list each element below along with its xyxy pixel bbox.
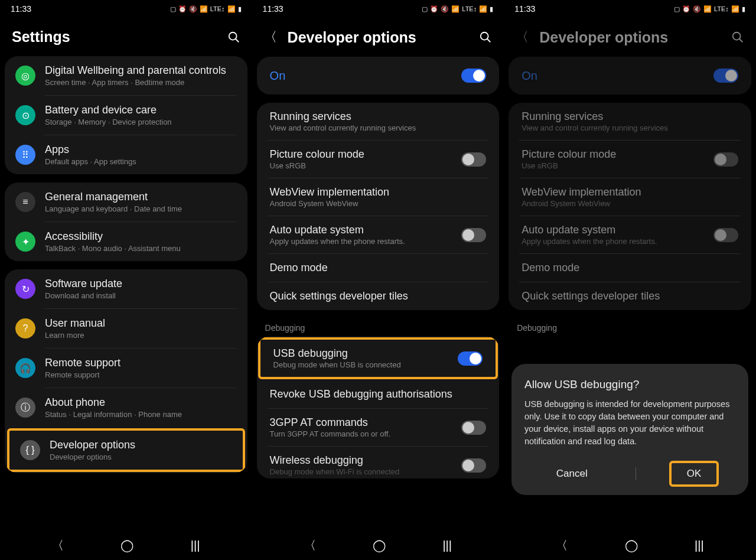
lte-icon: LTE↕	[210, 5, 225, 12]
item-sub: Language and keyboard · Date and time	[45, 204, 237, 213]
item-sub: Screen time · App timers · Bedtime mode	[45, 78, 237, 87]
item-wireless-debugging[interactable]: Wireless debugging Debug mode when Wi-Fi…	[257, 447, 500, 478]
dev-content: On Running services View and control cur…	[252, 57, 504, 530]
search-icon[interactable]	[479, 31, 492, 44]
item-demo-mode[interactable]: Demo mode	[257, 254, 500, 282]
dev-content-dimmed: On Running services View and control cur…	[504, 57, 756, 530]
nav-home-icon[interactable]: ◯	[120, 538, 133, 552]
nav-back-icon[interactable]: 〈	[52, 538, 64, 554]
item-software-update[interactable]: ↻ Software update Download and install	[5, 269, 247, 308]
master-toggle-row[interactable]: On	[257, 57, 500, 95]
item-sub: Storage · Memory · Device protection	[45, 118, 237, 126]
nav-back-icon[interactable]: 〈	[304, 538, 316, 554]
phone-dev-options-dialog: 11:33 ▢⏰🔇📶LTE↕📶▮ 〈 Developer options On …	[504, 0, 756, 560]
search-icon[interactable]	[731, 31, 744, 44]
wifi-icon: 📶	[200, 5, 208, 13]
item-apps[interactable]: ⠿ Apps Default apps · App settings	[5, 135, 247, 174]
item-sub: Debug mode when USB is connected	[273, 360, 450, 369]
ok-button[interactable]: OK	[669, 461, 719, 487]
dialog-backdrop: Allow USB debugging? USB debugging is in…	[504, 57, 756, 530]
battery-icon: ▢	[674, 5, 680, 13]
apps-icon: ⠿	[15, 145, 35, 165]
alarm-icon: ⏰	[682, 5, 690, 13]
item-sub: Learn more	[45, 331, 237, 340]
nav-back-icon[interactable]: 〈	[556, 538, 568, 554]
nav-bar: 〈 ◯ |||	[252, 530, 504, 560]
item-general-management[interactable]: ≡ General management Language and keyboa…	[5, 183, 247, 222]
item-auto-update[interactable]: Auto update system Apply updates when th…	[257, 216, 500, 253]
master-toggle[interactable]	[461, 69, 486, 83]
toggle-usb-debugging[interactable]	[458, 351, 483, 366]
manual-icon: ?	[15, 318, 35, 338]
svg-point-4	[733, 32, 741, 40]
toggle-picture-colour[interactable]	[461, 152, 486, 167]
mute-icon: 🔇	[441, 5, 449, 13]
item-digital-wellbeing[interactable]: ◎ Digital Wellbeing and parental control…	[5, 56, 247, 95]
item-revoke-usb-auth[interactable]: Revoke USB debugging authorisations	[257, 380, 500, 408]
item-title: Battery and device care	[45, 104, 237, 116]
about-icon: ⓘ	[15, 398, 35, 418]
item-developer-options[interactable]: { } Developer options Developer options	[7, 428, 245, 472]
item-title: Accessibility	[45, 230, 237, 243]
item-usb-debugging[interactable]: USB debugging Debug mode when USB is con…	[258, 337, 498, 379]
back-icon[interactable]: 〈	[516, 28, 529, 46]
wifi-icon: 📶	[703, 5, 712, 13]
nav-recents-icon[interactable]: |||	[695, 539, 704, 552]
section-3: ↻ Software update Download and install ?…	[5, 269, 247, 473]
signal-icon: 📶	[479, 5, 487, 13]
item-title: 3GPP AT commands	[270, 416, 454, 429]
item-user-manual[interactable]: ? User manual Learn more	[5, 309, 247, 348]
phone-settings: 11:33 ▢⏰🔇📶LTE↕📶▮ Settings ◎ Digital Well…	[0, 0, 252, 560]
mute-icon: 🔇	[189, 5, 197, 13]
nav-recents-icon[interactable]: |||	[442, 539, 452, 552]
item-running-services[interactable]: Running services View and control curren…	[257, 103, 500, 140]
item-webview[interactable]: WebView implementation Android System We…	[257, 178, 500, 216]
item-title: Running services	[270, 110, 487, 123]
section-debugging: USB debugging Debug mode when USB is con…	[257, 336, 500, 478]
item-battery-device-care[interactable]: ⊙ Battery and device care Storage · Memo…	[5, 96, 247, 135]
dialog-body: USB debugging is intended for developmen…	[524, 398, 735, 448]
support-icon: 🎧	[15, 358, 35, 378]
update-icon: ↻	[15, 279, 35, 299]
status-icons: ▢⏰🔇📶LTE↕📶▮	[170, 5, 242, 13]
back-icon[interactable]: 〈	[264, 28, 277, 46]
cancel-button[interactable]: Cancel	[541, 463, 603, 484]
item-quick-settings-tiles[interactable]: Quick settings developer tiles	[257, 282, 500, 310]
status-icons: ▢⏰🔇📶LTE↕📶▮	[422, 5, 493, 13]
toggle-auto-update[interactable]	[461, 228, 486, 242]
item-title: Quick settings developer tiles	[270, 290, 487, 302]
svg-point-0	[229, 32, 236, 40]
item-about-phone[interactable]: ⓘ About phone Status · Legal information…	[5, 388, 247, 427]
item-title: Remote support	[45, 357, 237, 369]
item-accessibility[interactable]: ✦ Accessibility TalkBack · Mono audio · …	[5, 222, 247, 261]
page-title: Settings	[12, 28, 217, 45]
item-3gpp-at[interactable]: 3GPP AT commands Turn 3GPP AT commands o…	[257, 409, 500, 446]
signal-icon: 📶	[227, 5, 236, 13]
item-title: Apps	[45, 144, 237, 156]
section-1: ◎ Digital Wellbeing and parental control…	[5, 56, 247, 174]
item-sub: Apply updates when the phone restarts.	[270, 237, 454, 246]
nav-recents-icon[interactable]: |||	[191, 539, 200, 552]
nav-bar: 〈 ◯ |||	[504, 530, 756, 560]
nav-home-icon[interactable]: ◯	[625, 538, 638, 552]
item-title: WebView implementation	[270, 186, 487, 198]
section-dev-general: Running services View and control curren…	[257, 103, 500, 310]
alarm-icon: ⏰	[178, 5, 187, 13]
page-title: Developer options	[288, 29, 469, 46]
item-title: Software update	[45, 278, 237, 290]
svg-line-5	[739, 39, 743, 43]
general-icon: ≡	[15, 192, 35, 212]
status-bar: 11:33 ▢⏰🔇📶LTE↕📶▮	[504, 0, 756, 18]
item-picture-colour-mode[interactable]: Picture colour mode Use sRGB	[257, 141, 500, 178]
item-sub: Debug mode when Wi-Fi is connected	[270, 467, 454, 476]
item-remote-support[interactable]: 🎧 Remote support Remote support	[5, 349, 247, 388]
search-icon[interactable]	[227, 31, 240, 44]
nav-home-icon[interactable]: ◯	[373, 538, 386, 552]
toggle-3gpp[interactable]	[461, 421, 486, 435]
mute-icon: 🔇	[693, 5, 701, 13]
dev-icon: { }	[20, 440, 40, 460]
toggle-wireless-debugging[interactable]	[461, 458, 486, 473]
item-sub: Android System WebView	[270, 199, 487, 208]
lte-icon: LTE↕	[714, 5, 729, 12]
dialog-sep	[636, 467, 636, 480]
